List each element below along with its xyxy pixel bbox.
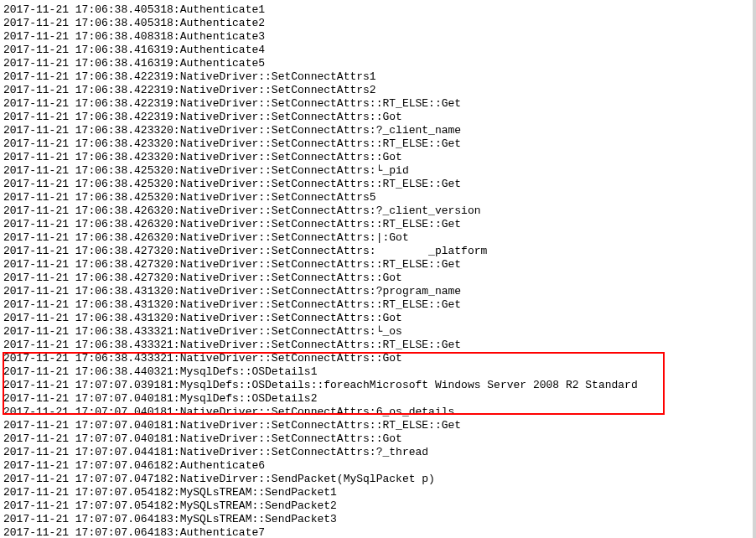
log-line: 2017-11-21 17:06:38.433321:NativeDriver:…: [3, 325, 751, 339]
log-line: 2017-11-21 17:06:38.408318:Authenticate3: [3, 30, 751, 44]
log-line: 2017-11-21 17:06:38.422319:NativeDriver:…: [3, 70, 751, 84]
log-line: 2017-11-21 17:07:07.064183:Authenticate7: [3, 526, 751, 538]
log-line: 2017-11-21 17:07:07.040181:NativeDriver:…: [3, 406, 751, 419]
log-line: 2017-11-21 17:06:38.423320:NativeDriver:…: [3, 137, 751, 151]
log-viewport: 2017-11-21 17:06:38.405318:Authenticate1…: [0, 0, 756, 538]
log-line: 2017-11-21 17:07:07.040181:NativeDriver:…: [3, 432, 751, 446]
log-line: 2017-11-21 17:06:38.431320:NativeDriver:…: [3, 298, 751, 312]
log-line: 2017-11-21 17:06:38.405318:Authenticate2: [3, 17, 751, 30]
log-line: 2017-11-21 17:06:38.425320:NativeDriver:…: [3, 164, 751, 178]
log-line: 2017-11-21 17:07:07.039181:MysqlDefs::OS…: [3, 379, 751, 392]
log-line: 2017-11-21 17:07:07.044181:NativeDriver:…: [3, 446, 751, 459]
log-line: 2017-11-21 17:06:38.422319:NativeDriver:…: [3, 84, 751, 97]
log-line: 2017-11-21 17:06:38.423320:NativeDriver:…: [3, 124, 751, 137]
log-line: 2017-11-21 17:06:38.425320:NativeDriver:…: [3, 191, 751, 204]
log-line: 2017-11-21 17:06:38.416319:Authenticate4: [3, 44, 751, 57]
log-line: 2017-11-21 17:06:38.426320:NativeDriver:…: [3, 218, 751, 231]
log-line: 2017-11-21 17:07:07.054182:MySQLsTREAM::…: [3, 499, 751, 513]
log-line: 2017-11-21 17:07:07.054182:MySQLsTREAM::…: [3, 486, 751, 499]
log-line: 2017-11-21 17:06:38.431320:NativeDriver:…: [3, 312, 751, 325]
log-line: 2017-11-21 17:06:38.433321:NativeDriver:…: [3, 339, 751, 352]
log-line: 2017-11-21 17:06:38.426320:NativeDriver:…: [3, 204, 751, 218]
log-line: 2017-11-21 17:06:38.416319:Authenticate5: [3, 57, 751, 70]
log-line: 2017-11-21 17:06:38.422319:NativeDriver:…: [3, 111, 751, 124]
log-line: 2017-11-21 17:07:07.064183:MySQLsTREAM::…: [3, 513, 751, 526]
log-text-area[interactable]: 2017-11-21 17:06:38.405318:Authenticate1…: [3, 3, 751, 538]
log-line: 2017-11-21 17:06:38.426320:NativeDriver:…: [3, 231, 751, 245]
vertical-scrollbar[interactable]: [753, 0, 756, 538]
log-line: 2017-11-21 17:06:38.423320:NativeDriver:…: [3, 151, 751, 164]
log-line: 2017-11-21 17:06:38.440321:MysqlDefs::OS…: [3, 365, 751, 379]
log-line: 2017-11-21 17:07:07.040181:NativeDriver:…: [3, 419, 751, 432]
log-line: 2017-11-21 17:06:38.427320:NativeDriver:…: [3, 258, 751, 272]
log-line: 2017-11-21 17:06:38.431320:NativeDriver:…: [3, 285, 751, 298]
log-line: 2017-11-21 17:07:07.047182:NativeDirver:…: [3, 473, 751, 486]
log-line: 2017-11-21 17:06:38.405318:Authenticate1: [3, 3, 751, 17]
log-line: 2017-11-21 17:07:07.046182:Authenticate6: [3, 459, 751, 473]
log-line: 2017-11-21 17:06:38.433321:NativeDriver:…: [3, 352, 751, 365]
log-line: 2017-11-21 17:06:38.427320:NativeDriver:…: [3, 272, 751, 285]
log-line: 2017-11-21 17:07:07.040181:MysqlDefs::OS…: [3, 392, 751, 406]
log-line: 2017-11-21 17:06:38.425320:NativeDriver:…: [3, 178, 751, 191]
log-line: 2017-11-21 17:06:38.427320:NativeDriver:…: [3, 245, 751, 258]
log-line: 2017-11-21 17:06:38.422319:NativeDriver:…: [3, 97, 751, 111]
